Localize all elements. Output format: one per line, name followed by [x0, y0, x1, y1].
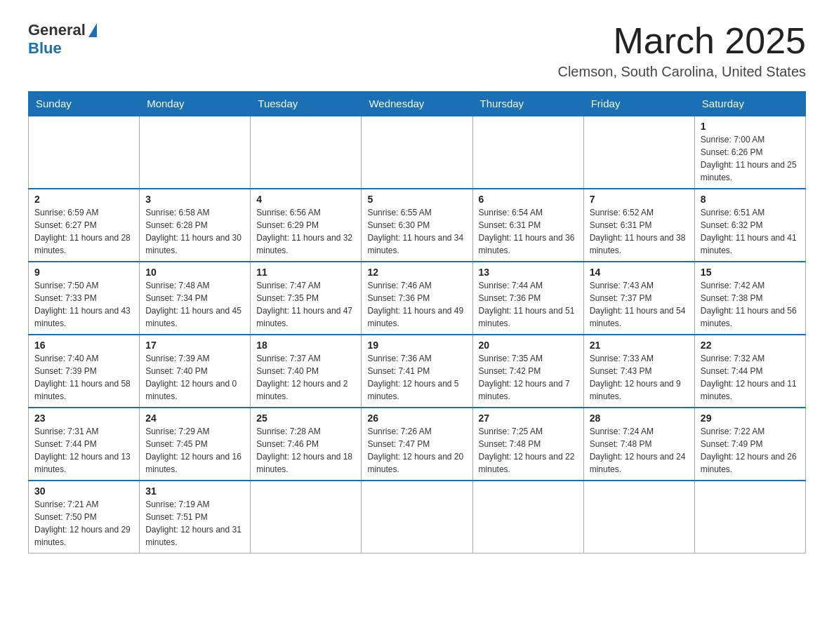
logo: General Blue [28, 21, 97, 58]
day-info: Sunrise: 7:33 AMSunset: 7:43 PMDaylight:… [590, 352, 689, 403]
logo-blue-text: Blue [28, 39, 62, 58]
day-number: 4 [256, 194, 355, 205]
calendar-week-row: 23Sunrise: 7:31 AMSunset: 7:44 PMDayligh… [29, 408, 806, 481]
calendar-cell: 20Sunrise: 7:35 AMSunset: 7:42 PMDayligh… [472, 335, 583, 408]
calendar-cell: 9Sunrise: 7:50 AMSunset: 7:33 PMDaylight… [29, 262, 140, 335]
weekday-header-monday: Monday [140, 92, 251, 116]
day-info: Sunrise: 7:47 AMSunset: 7:35 PMDaylight:… [256, 279, 355, 330]
day-number: 8 [701, 194, 800, 205]
calendar-cell: 11Sunrise: 7:47 AMSunset: 7:35 PMDayligh… [251, 262, 362, 335]
weekday-header-tuesday: Tuesday [251, 92, 362, 116]
day-info: Sunrise: 6:58 AMSunset: 6:28 PMDaylight:… [145, 206, 244, 257]
calendar-cell: 3Sunrise: 6:58 AMSunset: 6:28 PMDaylight… [140, 189, 251, 262]
day-number: 20 [479, 340, 578, 351]
calendar-cell [694, 481, 805, 554]
calendar-cell: 12Sunrise: 7:46 AMSunset: 7:36 PMDayligh… [362, 262, 472, 335]
calendar-cell: 16Sunrise: 7:40 AMSunset: 7:39 PMDayligh… [29, 335, 140, 408]
day-info: Sunrise: 7:25 AMSunset: 7:48 PMDaylight:… [479, 425, 578, 476]
day-info: Sunrise: 7:24 AMSunset: 7:48 PMDaylight:… [590, 425, 689, 476]
month-title: March 2025 [557, 21, 806, 61]
day-number: 5 [367, 194, 466, 205]
day-info: Sunrise: 7:46 AMSunset: 7:36 PMDaylight:… [367, 279, 466, 330]
calendar-cell: 31Sunrise: 7:19 AMSunset: 7:51 PMDayligh… [140, 481, 251, 554]
day-number: 30 [34, 485, 133, 497]
calendar-cell: 10Sunrise: 7:48 AMSunset: 7:34 PMDayligh… [140, 262, 251, 335]
calendar-cell: 24Sunrise: 7:29 AMSunset: 7:45 PMDayligh… [140, 408, 251, 481]
title-block: March 2025 Clemson, South Carolina, Unit… [557, 21, 806, 80]
calendar-cell [583, 481, 694, 554]
day-info: Sunrise: 6:51 AMSunset: 6:32 PMDaylight:… [701, 206, 800, 257]
calendar-cell [29, 116, 140, 189]
day-number: 29 [701, 412, 800, 424]
calendar-cell: 4Sunrise: 6:56 AMSunset: 6:29 PMDaylight… [251, 189, 362, 262]
day-info: Sunrise: 7:40 AMSunset: 7:39 PMDaylight:… [34, 352, 133, 403]
day-number: 15 [701, 267, 800, 278]
weekday-header-sunday: Sunday [29, 92, 140, 116]
calendar-cell: 18Sunrise: 7:37 AMSunset: 7:40 PMDayligh… [251, 335, 362, 408]
day-info: Sunrise: 7:19 AMSunset: 7:51 PMDaylight:… [145, 498, 244, 549]
day-info: Sunrise: 7:22 AMSunset: 7:49 PMDaylight:… [701, 425, 800, 476]
calendar-week-row: 16Sunrise: 7:40 AMSunset: 7:39 PMDayligh… [29, 335, 806, 408]
day-number: 23 [34, 412, 133, 424]
day-info: Sunrise: 7:44 AMSunset: 7:36 PMDaylight:… [479, 279, 578, 330]
day-info: Sunrise: 7:48 AMSunset: 7:34 PMDaylight:… [145, 279, 244, 330]
day-number: 3 [145, 194, 244, 205]
day-number: 2 [34, 194, 133, 205]
day-info: Sunrise: 7:42 AMSunset: 7:38 PMDaylight:… [701, 279, 800, 330]
day-number: 10 [145, 267, 244, 278]
calendar-cell: 6Sunrise: 6:54 AMSunset: 6:31 PMDaylight… [472, 189, 583, 262]
calendar-cell: 1Sunrise: 7:00 AMSunset: 6:26 PMDaylight… [694, 116, 805, 189]
day-info: Sunrise: 6:52 AMSunset: 6:31 PMDaylight:… [590, 206, 689, 257]
weekday-header-friday: Friday [583, 92, 694, 116]
day-info: Sunrise: 7:39 AMSunset: 7:40 PMDaylight:… [145, 352, 244, 403]
calendar-cell [140, 116, 251, 189]
calendar-cell: 21Sunrise: 7:33 AMSunset: 7:43 PMDayligh… [583, 335, 694, 408]
calendar-cell [362, 481, 472, 554]
calendar-cell [583, 116, 694, 189]
calendar-cell: 7Sunrise: 6:52 AMSunset: 6:31 PMDaylight… [583, 189, 694, 262]
calendar-cell: 17Sunrise: 7:39 AMSunset: 7:40 PMDayligh… [140, 335, 251, 408]
day-number: 22 [701, 340, 800, 351]
day-info: Sunrise: 7:26 AMSunset: 7:47 PMDaylight:… [367, 425, 466, 476]
logo-triangle-icon [88, 23, 97, 37]
day-info: Sunrise: 7:43 AMSunset: 7:37 PMDaylight:… [590, 279, 689, 330]
day-number: 14 [590, 267, 689, 278]
calendar-cell: 13Sunrise: 7:44 AMSunset: 7:36 PMDayligh… [472, 262, 583, 335]
day-info: Sunrise: 7:28 AMSunset: 7:46 PMDaylight:… [256, 425, 355, 476]
day-number: 18 [256, 340, 355, 351]
day-number: 13 [479, 267, 578, 278]
calendar-cell [362, 116, 472, 189]
calendar-cell: 2Sunrise: 6:59 AMSunset: 6:27 PMDaylight… [29, 189, 140, 262]
day-number: 28 [590, 412, 689, 424]
calendar-cell [472, 116, 583, 189]
day-number: 17 [145, 340, 244, 351]
calendar-week-row: 1Sunrise: 7:00 AMSunset: 6:26 PMDaylight… [29, 116, 806, 189]
calendar-cell: 25Sunrise: 7:28 AMSunset: 7:46 PMDayligh… [251, 408, 362, 481]
day-info: Sunrise: 7:32 AMSunset: 7:44 PMDaylight:… [701, 352, 800, 403]
calendar-cell [251, 116, 362, 189]
day-number: 7 [590, 194, 689, 205]
calendar-week-row: 2Sunrise: 6:59 AMSunset: 6:27 PMDaylight… [29, 189, 806, 262]
calendar-week-row: 30Sunrise: 7:21 AMSunset: 7:50 PMDayligh… [29, 481, 806, 554]
day-info: Sunrise: 7:50 AMSunset: 7:33 PMDaylight:… [34, 279, 133, 330]
calendar-cell [472, 481, 583, 554]
day-number: 11 [256, 267, 355, 278]
calendar-cell: 28Sunrise: 7:24 AMSunset: 7:48 PMDayligh… [583, 408, 694, 481]
weekday-header-row: SundayMondayTuesdayWednesdayThursdayFrid… [29, 92, 806, 116]
day-number: 24 [145, 412, 244, 424]
day-number: 9 [34, 267, 133, 278]
calendar-cell: 8Sunrise: 6:51 AMSunset: 6:32 PMDaylight… [694, 189, 805, 262]
location-text: Clemson, South Carolina, United States [557, 64, 806, 80]
page-header: General Blue March 2025 Clemson, South C… [28, 21, 806, 80]
calendar-cell [251, 481, 362, 554]
day-info: Sunrise: 7:29 AMSunset: 7:45 PMDaylight:… [145, 425, 244, 476]
calendar-table: SundayMondayTuesdayWednesdayThursdayFrid… [28, 91, 806, 554]
weekday-header-thursday: Thursday [472, 92, 583, 116]
day-number: 12 [367, 267, 466, 278]
day-info: Sunrise: 7:00 AMSunset: 6:26 PMDaylight:… [701, 133, 800, 184]
day-number: 31 [145, 485, 244, 497]
calendar-cell: 23Sunrise: 7:31 AMSunset: 7:44 PMDayligh… [29, 408, 140, 481]
day-number: 21 [590, 340, 689, 351]
calendar-cell: 30Sunrise: 7:21 AMSunset: 7:50 PMDayligh… [29, 481, 140, 554]
day-info: Sunrise: 7:36 AMSunset: 7:41 PMDaylight:… [367, 352, 466, 403]
